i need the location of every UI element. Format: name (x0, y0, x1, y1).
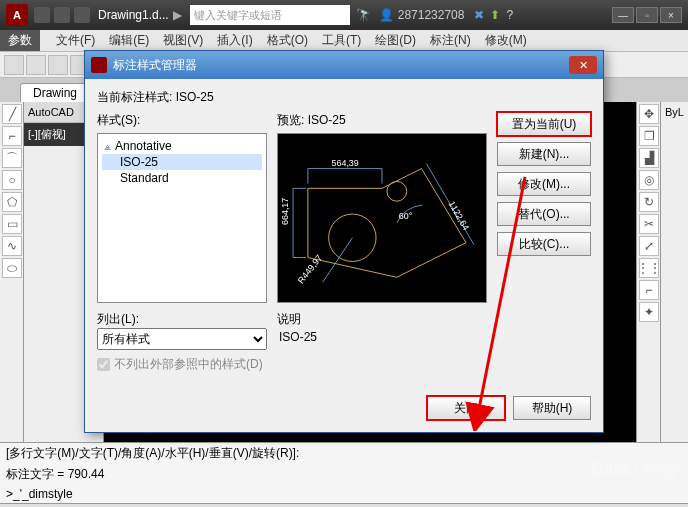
menu-tools[interactable]: 工具(T) (316, 30, 367, 51)
xref-checkbox[interactable] (97, 358, 110, 371)
menu-dimension[interactable]: 标注(N) (424, 30, 477, 51)
help-icon[interactable]: ? (506, 8, 513, 22)
right-toolbar: ✥ ❐ ▟ ◎ ↻ ✂ ⤢ ⋮⋮ ⌐ ✦ (636, 102, 660, 442)
trim-tool-icon[interactable]: ✂ (639, 214, 659, 234)
mirror-tool-icon[interactable]: ▟ (639, 148, 659, 168)
rect-tool-icon[interactable]: ▭ (2, 214, 22, 234)
menu-draw[interactable]: 绘图(D) (369, 30, 422, 51)
preview-label: 预览: ISO-25 (277, 112, 487, 129)
command-history-line: [多行文字(M)/文字(T)/角度(A)/水平(H)/垂直(V)/旋转(R)]: (0, 443, 688, 464)
search-input[interactable]: 键入关键字或短语 (190, 5, 350, 25)
offset-tool-icon[interactable]: ◎ (639, 170, 659, 190)
status-bar: 6960.3462, 9631.6227, 0.0000 模型 (0, 503, 688, 507)
close-button[interactable]: × (660, 7, 682, 23)
qat-btn[interactable] (34, 7, 50, 23)
move-tool-icon[interactable]: ✥ (639, 104, 659, 124)
left-toolbar: ╱ ⌐ ⌒ ○ ⬠ ▭ ∿ ⬭ (0, 102, 24, 442)
menu-edit[interactable]: 编辑(E) (103, 30, 155, 51)
user-name: 2871232708 (398, 8, 465, 22)
menu-modify[interactable]: 修改(M) (479, 30, 533, 51)
override-button[interactable]: 替代(O)... (497, 202, 591, 226)
preview-pane: 564,39 664,17 1122,64 R449,97 60° (277, 133, 487, 303)
app-logo[interactable]: A (6, 4, 28, 26)
menu-view[interactable]: 视图(V) (157, 30, 209, 51)
right-panel: ByL (660, 102, 688, 442)
xref-checkbox-label[interactable]: 不列出外部参照中的样式(D) (97, 356, 267, 373)
styles-label: 样式(S): (97, 112, 267, 129)
toolbar-btn[interactable] (26, 55, 46, 75)
user-account[interactable]: 👤 2871232708 (379, 8, 465, 22)
list-filter-select[interactable]: 所有样式 (97, 328, 267, 350)
command-prompt[interactable]: >_ (0, 485, 688, 503)
dimstyle-dialog: 标注样式管理器 ✕ 当前标注样式: ISO-25 样式(S): ⟁Annotat… (84, 50, 604, 433)
compare-button[interactable]: 比较(C)... (497, 232, 591, 256)
maximize-button[interactable]: ▫ (636, 7, 658, 23)
menu-file[interactable]: 文件(F) (50, 30, 101, 51)
titlebar: A Drawing1.d... ▶ 键入关键字或短语 🔭 👤 287123270… (0, 0, 688, 30)
styles-listbox[interactable]: ⟁Annotative ISO-25 Standard (97, 133, 267, 303)
arc-tool-icon[interactable]: ⌒ (2, 148, 22, 168)
annotative-icon: ⟁ (104, 139, 111, 153)
toolbar-btn[interactable] (4, 55, 24, 75)
circle-tool-icon[interactable]: ○ (2, 170, 22, 190)
cloud-icon[interactable]: ⬆ (490, 8, 500, 22)
dim-text: 60° (399, 211, 413, 221)
binoculars-icon[interactable]: 🔭 (356, 8, 371, 22)
window-buttons: — ▫ × (612, 7, 682, 23)
dim-text: 564,39 (332, 158, 359, 168)
dialog-icon (91, 57, 107, 73)
polyline-tool-icon[interactable]: ⌐ (2, 126, 22, 146)
list-item[interactable]: ⟁Annotative (102, 138, 262, 154)
prompt-icon: >_ (6, 487, 20, 501)
command-area: [多行文字(M)/文字(T)/角度(A)/水平(H)/垂直(V)/旋转(R)]:… (0, 442, 688, 503)
menu-bar: 参数 文件(F) 编辑(E) 视图(V) 插入(I) 格式(O) 工具(T) 绘… (0, 30, 688, 52)
dialog-body: 当前标注样式: ISO-25 样式(S): ⟁Annotative ISO-25… (85, 79, 603, 388)
document-name: Drawing1.d... (98, 8, 169, 22)
list-item-label: ISO-25 (120, 155, 158, 169)
modify-button[interactable]: 修改(M)... (497, 172, 591, 196)
list-filter-label: 列出(L): (97, 311, 267, 328)
array-tool-icon[interactable]: ⋮⋮ (639, 258, 659, 278)
scale-tool-icon[interactable]: ⤢ (639, 236, 659, 256)
quick-access-toolbar (34, 7, 90, 23)
qat-btn[interactable] (74, 7, 90, 23)
copy-tool-icon[interactable]: ❐ (639, 126, 659, 146)
dialog-buttons-col: 置为当前(U) 新建(N)... 修改(M)... 替代(O)... 比较(C)… (497, 112, 591, 303)
dialog-titlebar[interactable]: 标注样式管理器 ✕ (85, 51, 603, 79)
menu-param[interactable]: 参数 (0, 30, 40, 51)
doc-tab[interactable]: Drawing (20, 83, 90, 102)
rotate-tool-icon[interactable]: ↻ (639, 192, 659, 212)
chevron-right-icon: ▶ (173, 8, 182, 22)
list-item-label: Standard (120, 171, 169, 185)
toolbar-btn[interactable] (48, 55, 68, 75)
dialog-footer: 关闭 帮助(H) (85, 388, 603, 432)
explode-tool-icon[interactable]: ✦ (639, 302, 659, 322)
menu-insert[interactable]: 插入(I) (211, 30, 258, 51)
dialog-close-button[interactable]: ✕ (569, 56, 597, 74)
svg-point-5 (387, 181, 407, 201)
list-item-label: Annotative (115, 139, 172, 153)
line-tool-icon[interactable]: ╱ (2, 104, 22, 124)
ellipse-tool-icon[interactable]: ⬭ (2, 258, 22, 278)
polygon-tool-icon[interactable]: ⬠ (2, 192, 22, 212)
help-button[interactable]: 帮助(H) (513, 396, 591, 420)
description-text: ISO-25 (277, 328, 487, 378)
command-input[interactable] (20, 487, 682, 501)
dialog-title: 标注样式管理器 (113, 57, 197, 74)
close-button[interactable]: 关闭 (427, 396, 505, 420)
spline-tool-icon[interactable]: ∿ (2, 236, 22, 256)
checkbox-label: 不列出外部参照中的样式(D) (114, 356, 263, 373)
list-item[interactable]: Standard (102, 170, 262, 186)
set-current-button[interactable]: 置为当前(U) (497, 112, 591, 136)
description-label: 说明 (277, 311, 487, 328)
menu-format[interactable]: 格式(O) (261, 30, 314, 51)
list-item[interactable]: ISO-25 (102, 154, 262, 170)
qat-btn[interactable] (54, 7, 70, 23)
current-style-label: 当前标注样式: ISO-25 (97, 89, 591, 106)
minimize-button[interactable]: — (612, 7, 634, 23)
bylayer-label: ByL (661, 102, 688, 122)
command-history-line: 标注文字 = 790.44 (0, 464, 688, 485)
fillet-tool-icon[interactable]: ⌐ (639, 280, 659, 300)
new-button[interactable]: 新建(N)... (497, 142, 591, 166)
exchange-icon[interactable]: ✖ (474, 8, 484, 22)
